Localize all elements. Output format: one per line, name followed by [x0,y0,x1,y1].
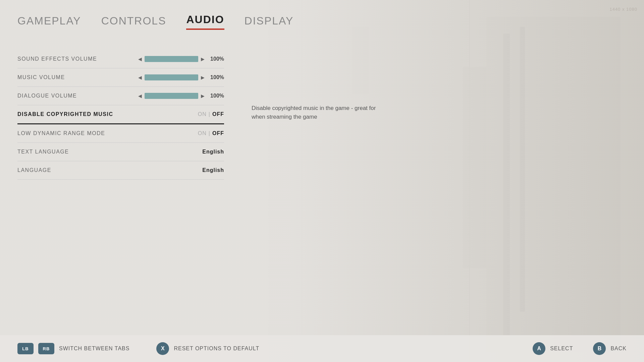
back-action: B BACK [593,342,627,355]
info-panel: Disable copyrighted music in the game - … [252,104,379,121]
slider-left-arrow[interactable]: ◀ [138,56,142,62]
music-volume-row: MUSIC VOLUME ◀ ▶ 100% [17,68,224,87]
reset-options-action: X RESET OPTIONS TO DEFAULT [156,342,259,355]
language-row[interactable]: LANGUAGE English [17,161,224,180]
toggle-on-label: ON [198,111,207,117]
nav-tabs: GAMEPLAY CONTROLS AUDIO DISPLAY [0,0,644,30]
toggle-off-label: OFF [212,111,224,117]
watermark: 1440 x 1080 [609,7,637,12]
bottom-bar: LB RB SWITCH BETWEEN TABS X RESET OPTION… [0,335,644,362]
language-value: English [202,167,224,173]
switch-tabs-label: SWITCH BETWEEN TABS [59,346,129,352]
disable-copyrighted-music-label: DISABLE COPYRIGHTED MUSIC [17,111,113,117]
slider-right-arrow[interactable]: ▶ [201,75,205,80]
settings-panel: SOUND EFFECTS VOLUME ◀ ▶ 100% MUSIC VOLU… [0,50,241,180]
tab-display[interactable]: DISPLAY [245,15,294,30]
music-volume-label: MUSIC VOLUME [17,74,65,80]
back-label: BACK [610,346,627,352]
slider-right-arrow[interactable]: ▶ [201,93,205,99]
tab-audio[interactable]: AUDIO [186,13,224,30]
dialogue-volume-row: DIALOGUE VOLUME ◀ ▶ 100% [17,87,224,105]
tab-gameplay[interactable]: GAMEPLAY [17,15,81,30]
low-dynamic-range-label: LOW DYNAMIC RANGE MODE [17,130,105,136]
slider-right-arrow[interactable]: ▶ [201,56,205,62]
text-language-row[interactable]: TEXT LANGUAGE English [17,143,224,161]
music-volume-value: 100% [207,74,224,80]
disable-copyrighted-music-toggle[interactable]: ON | OFF [198,111,224,117]
rb-button[interactable]: RB [38,343,54,354]
disable-copyrighted-music-row[interactable]: DISABLE COPYRIGHTED MUSIC ON | OFF [17,105,224,124]
x-button[interactable]: X [156,342,169,355]
dialogue-volume-label: DIALOGUE VOLUME [17,93,77,99]
switch-tabs-action: LB RB SWITCH BETWEEN TABS [17,343,129,354]
language-label: LANGUAGE [17,167,51,173]
music-volume-slider[interactable]: ◀ ▶ 100% [138,74,224,80]
sound-effects-slider[interactable]: ◀ ▶ 100% [138,56,224,62]
slider-left-arrow[interactable]: ◀ [138,75,142,80]
info-text: Disable copyrighted music in the game - … [252,104,379,121]
text-language-label: TEXT LANGUAGE [17,149,69,155]
tab-controls[interactable]: CONTROLS [101,15,166,30]
dialogue-volume-value: 100% [207,93,224,99]
slider-left-arrow[interactable]: ◀ [138,93,142,99]
toggle-off-label: OFF [212,130,224,136]
toggle-separator: | [209,130,210,136]
reset-options-label: RESET OPTIONS TO DEFAULT [174,346,259,352]
a-button[interactable]: A [533,342,545,355]
sound-effects-volume-row: SOUND EFFECTS VOLUME ◀ ▶ 100% [17,50,224,68]
lb-button[interactable]: LB [17,343,34,354]
slider-track [145,93,198,99]
select-label: SELECT [550,346,573,352]
sound-effects-label: SOUND EFFECTS VOLUME [17,56,97,62]
select-action: A SELECT [533,342,573,355]
main-content: GAMEPLAY CONTROLS AUDIO DISPLAY SOUND EF… [0,0,644,362]
slider-track [145,74,198,80]
low-dynamic-range-toggle[interactable]: ON | OFF [198,130,224,136]
sound-effects-value: 100% [207,56,224,62]
toggle-on-label: ON [198,130,207,136]
dialogue-volume-slider[interactable]: ◀ ▶ 100% [138,93,224,99]
b-button[interactable]: B [593,342,606,355]
low-dynamic-range-row[interactable]: LOW DYNAMIC RANGE MODE ON | OFF [17,124,224,143]
toggle-separator: | [209,111,210,117]
text-language-value: English [202,149,224,155]
slider-track [145,56,198,62]
